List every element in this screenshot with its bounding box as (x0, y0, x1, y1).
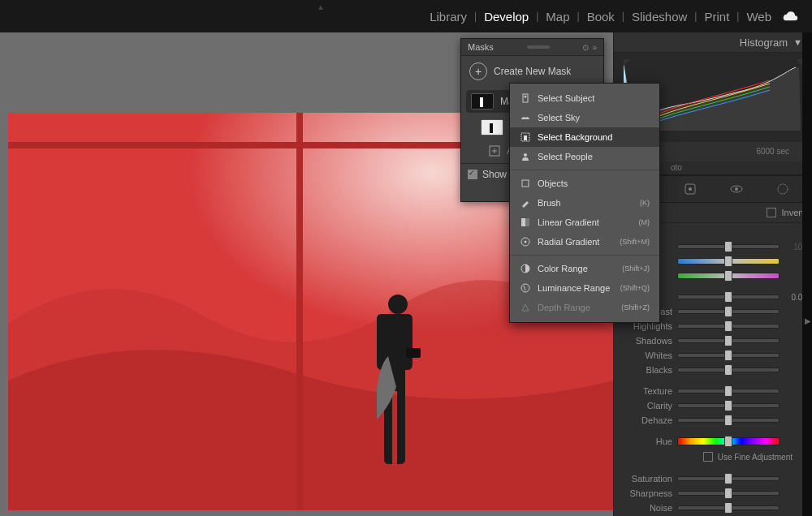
slider-knob[interactable] (724, 270, 732, 282)
slider-knob[interactable] (724, 335, 732, 346)
histogram-header[interactable]: Histogram ▼ (614, 32, 812, 53)
menu-color-range[interactable]: Color Range(Shift+J) (510, 259, 659, 278)
slider-label: Clarity (617, 401, 672, 411)
slider-track[interactable] (677, 295, 780, 299)
svg-rect-15 (490, 123, 493, 133)
slider-sharpness[interactable]: Sharpness0 (617, 486, 807, 501)
module-develop[interactable]: Develop (484, 6, 529, 27)
slider-knob[interactable] (724, 291, 732, 303)
slider-label: Blacks (617, 365, 672, 375)
slider-knob[interactable] (724, 256, 732, 267)
module-web[interactable]: Web (746, 6, 771, 27)
slider-track[interactable] (677, 258, 780, 264)
slider-knob[interactable] (724, 400, 732, 411)
menu-radial-gradient[interactable]: Radial Gradient(Shift+M) (510, 232, 659, 252)
heal-icon[interactable] (683, 182, 698, 196)
slider-shadows[interactable]: Shadows0 (617, 333, 807, 348)
slider-track[interactable] (677, 505, 780, 510)
slider-track[interactable] (677, 403, 780, 408)
menu-select-sky[interactable]: Select Sky (510, 108, 659, 127)
use-fine-adjust-row[interactable]: Use Fine Adjustment (617, 449, 807, 465)
slider-whites[interactable]: Whites0 (617, 348, 807, 363)
slider-knob[interactable] (724, 502, 732, 514)
menu-item-label: Color Range (538, 264, 588, 273)
slider-track[interactable] (677, 437, 780, 445)
mask-thumb-icon (481, 119, 503, 135)
menu-item-label: Select Background (538, 132, 612, 142)
slider-label: Dehaze (617, 415, 672, 425)
slider-knob[interactable] (724, 488, 732, 499)
module-slideshow[interactable]: Slideshow (632, 6, 687, 27)
people-icon (520, 151, 531, 162)
menu-item-label: Brush (538, 198, 561, 208)
collapse-triangle-icon[interactable]: ▼ (793, 37, 802, 47)
masking-icon[interactable] (775, 182, 790, 196)
color-icon (520, 263, 531, 274)
slider-knob[interactable] (724, 385, 732, 397)
module-map[interactable]: Map (546, 6, 569, 27)
redeye-icon[interactable] (729, 182, 744, 196)
slider-track[interactable] (677, 389, 780, 393)
panel-toggle-caret[interactable]: ▲ (317, 2, 325, 11)
slider-knob[interactable] (724, 415, 732, 426)
slider-track[interactable] (677, 353, 780, 358)
module-book[interactable]: Book (587, 6, 615, 27)
slider-saturation[interactable]: Saturation0 (617, 471, 807, 486)
module-separator: | (467, 11, 484, 22)
menu-select-background[interactable]: Select Background (510, 127, 659, 147)
slider-noise[interactable]: Noise0 (617, 501, 807, 515)
slider-knob[interactable] (724, 436, 732, 447)
menu-item-label: Luminance Range (538, 283, 610, 293)
menu-linear-gradient[interactable]: Linear Gradient(M) (510, 213, 659, 232)
slider-texture[interactable]: Texture0 (617, 384, 807, 398)
slider-track[interactable] (677, 338, 780, 343)
slider-knob[interactable] (724, 306, 732, 317)
slider-label: Sharpness (617, 488, 672, 498)
slider-knob[interactable] (724, 241, 732, 252)
mask-thumb-icon (471, 93, 494, 110)
slider-track[interactable] (677, 309, 780, 314)
slider-track[interactable] (677, 476, 780, 481)
drag-grip-icon[interactable] (527, 45, 550, 49)
invert-checkbox[interactable] (767, 208, 776, 217)
fine-adjust-label: Use Fine Adjustment (718, 453, 793, 462)
svg-point-18 (525, 96, 527, 98)
slider-track[interactable] (677, 418, 780, 423)
slider-knob[interactable] (724, 320, 732, 332)
slider-dehaze[interactable]: Dehaze0 (617, 413, 807, 428)
right-edge-collapse[interactable]: ▶ (802, 32, 812, 516)
slider-knob[interactable] (724, 473, 732, 484)
linear-icon (520, 217, 531, 228)
slider-track[interactable] (677, 273, 780, 279)
menu-item-label: Radial Gradient (538, 237, 599, 247)
slider-knob[interactable] (724, 364, 732, 376)
menu-objects[interactable]: Objects (510, 174, 659, 193)
menu-luminance-range[interactable]: Luminance Range(Shift+Q) (510, 278, 659, 298)
brush-icon (520, 197, 531, 209)
cloud-sync-icon[interactable] (781, 11, 799, 22)
slider-clarity[interactable]: Clarity0 (617, 398, 807, 413)
slider-track[interactable] (677, 324, 780, 329)
menu-select-subject[interactable]: Select Subject (510, 88, 659, 108)
slider-label: Shadows (617, 336, 672, 346)
fine-adjust-checkbox[interactable] (703, 452, 713, 462)
menu-shortcut: (Shift+Q) (620, 284, 650, 292)
svg-point-10 (735, 187, 738, 191)
show-overlay-checkbox[interactable] (468, 170, 477, 179)
slider-track[interactable] (677, 244, 780, 249)
svg-point-26 (525, 241, 527, 243)
slider-track[interactable] (677, 368, 780, 372)
menu-select-people[interactable]: Select People (510, 147, 659, 166)
masks-opts-icon[interactable]: ⊙ (582, 43, 589, 52)
slider-knob[interactable] (724, 350, 732, 361)
module-library[interactable]: Library (430, 6, 467, 27)
menu-brush[interactable]: Brush(K) (510, 193, 659, 213)
masks-collapse-icon[interactable]: » (592, 43, 597, 52)
masks-panel-header[interactable]: Masks ⊙» (461, 39, 603, 56)
module-print[interactable]: Print (704, 6, 729, 27)
slider-track[interactable] (677, 491, 780, 496)
histogram-label: Histogram (740, 37, 788, 49)
slider-hue[interactable]: Hue0 (617, 434, 807, 449)
menu-item-label: Select People (538, 152, 593, 161)
slider-blacks[interactable]: Blacks0 (617, 363, 807, 377)
